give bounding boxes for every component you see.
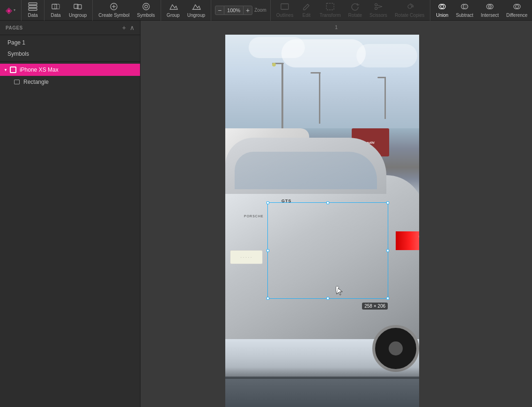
difference-button[interactable]: Difference — [502, 0, 531, 21]
layer-group-arrow: ▼ — [4, 68, 7, 72]
sketch-logo-icon: ◈ — [6, 5, 12, 15]
car-body-main: GTS PORSCHE · · · · · — [225, 175, 419, 339]
sketch-menu-arrow: ▾ — [14, 8, 15, 12]
car-shadow — [225, 367, 419, 379]
subtract-button[interactable]: Subtract — [452, 0, 477, 21]
union-label: Union — [436, 13, 448, 18]
union-button[interactable]: Union — [432, 0, 452, 21]
intersect-label: Intersect — [481, 13, 499, 18]
scissors-button[interactable]: Scissors — [366, 0, 391, 21]
zoom-control: − 100% + — [215, 6, 252, 15]
group-icon — [51, 2, 60, 12]
rotate-button[interactable]: Rotate — [345, 0, 366, 21]
create-symbol-icon — [109, 2, 118, 12]
union-icon — [437, 2, 447, 12]
transform-icon — [325, 2, 335, 12]
ungroup-button[interactable]: Ungroup — [65, 0, 90, 21]
ungroup-icon — [73, 2, 82, 12]
porsche-text: PORSCHE — [244, 213, 264, 218]
symbols-button[interactable]: Symbols — [133, 0, 159, 21]
scissors-icon — [374, 2, 383, 12]
zoom-label: Zoom — [254, 7, 266, 13]
lamp-post-2 — [319, 72, 320, 124]
path-ungroup-icon — [192, 2, 201, 12]
scissors-label: Scissors — [369, 13, 387, 18]
edit-label: Edit — [303, 13, 310, 18]
rotate-copies-button[interactable]: Rotate Copies — [391, 0, 428, 21]
car-tail-light — [396, 231, 419, 250]
svg-point-15 — [375, 4, 377, 6]
group-label: Data — [51, 13, 60, 18]
path-group-icon — [169, 2, 178, 12]
add-page-button[interactable]: + — [122, 24, 126, 31]
sidebar: PAGES + ∧ Page 1 Symbols ▼ iPhone X — [0, 21, 140, 407]
path-group-button[interactable]: Group — [163, 0, 184, 21]
difference-icon — [512, 2, 522, 12]
svg-rect-13 — [281, 4, 288, 9]
path-group-label: Group — [167, 13, 180, 18]
svg-point-23 — [463, 4, 468, 9]
page-item-symbols[interactable]: Symbols — [0, 48, 140, 59]
data-icon — [28, 2, 37, 12]
canvas-document: authi GTS — [225, 35, 419, 407]
path-ungroup-label: Ungroup — [187, 13, 205, 18]
layer-item-label: Rectangle — [23, 79, 49, 85]
zoom-in-button[interactable]: + — [243, 6, 252, 15]
group-button[interactable]: Data — [46, 0, 65, 21]
svg-point-11 — [145, 5, 148, 8]
svg-line-17 — [377, 5, 382, 7]
symbols-icon — [141, 2, 151, 12]
collapse-pages-button[interactable]: ∧ — [130, 24, 134, 31]
zoom-out-button[interactable]: − — [215, 6, 224, 15]
transform-button[interactable]: Transform — [316, 0, 344, 21]
ungroup-label: Ungroup — [69, 13, 87, 18]
edit-button[interactable]: Edit — [297, 0, 316, 21]
car-window — [235, 152, 377, 189]
layer-item-rectangle[interactable]: Rectangle — [0, 76, 140, 88]
subtract-icon — [460, 2, 469, 12]
pages-actions: + ∧ — [122, 24, 134, 31]
data-button[interactable]: Data — [23, 0, 42, 21]
svg-rect-3 — [52, 4, 57, 9]
pages-section-header: PAGES + ∧ — [0, 21, 140, 35]
lamp-post-3 — [384, 77, 386, 119]
data-label: Data — [28, 13, 37, 18]
svg-point-10 — [143, 3, 149, 10]
svg-rect-0 — [29, 3, 37, 5]
intersect-button[interactable]: Intersect — [477, 0, 502, 21]
lamp-post-1 — [281, 63, 283, 128]
page-list: Page 1 Symbols — [0, 35, 140, 62]
create-symbol-button[interactable]: Create Symbol — [95, 0, 133, 21]
layer-group-iphone[interactable]: ▼ iPhone XS Max — [0, 64, 140, 76]
outlines-icon — [280, 2, 289, 12]
gts-badge: GTS — [281, 199, 292, 203]
symbols-label: Symbols — [137, 13, 155, 18]
main-layout: PAGES + ∧ Page 1 Symbols ▼ iPhone X — [0, 21, 532, 407]
transform-label: Transform — [319, 13, 340, 18]
svg-line-18 — [377, 7, 382, 8]
subtract-label: Subtract — [456, 13, 473, 18]
device-layer-icon — [9, 66, 17, 74]
edit-icon — [302, 2, 311, 12]
svg-point-16 — [375, 7, 377, 10]
svg-rect-4 — [55, 4, 59, 9]
rotate-copies-icon — [405, 2, 414, 12]
car-photo-image: authi GTS — [225, 35, 419, 407]
create-symbol-label: Create Symbol — [98, 13, 129, 18]
rotate-copies-label: Rotate Copies — [395, 13, 424, 18]
rect-layer-icon — [13, 78, 21, 86]
canvas-area[interactable]: 1 — [140, 21, 532, 407]
toolbar: ◈ ▾ Data Data — [0, 0, 532, 21]
outlines-button[interactable]: Outlines — [273, 0, 297, 21]
layer-tree: ▼ iPhone XS Max Rectangle — [0, 62, 140, 407]
pages-title: PAGES — [6, 25, 23, 30]
sky — [225, 35, 419, 128]
svg-rect-1 — [29, 6, 37, 7]
rotate-icon — [350, 2, 360, 12]
page-item-page1[interactable]: Page 1 — [0, 37, 140, 48]
path-ungroup-button[interactable]: Ungroup — [184, 0, 209, 21]
rotate-label: Rotate — [348, 13, 362, 18]
sketch-menu-button[interactable]: ◈ ▾ — [2, 0, 19, 21]
license-plate: · · · · · — [230, 250, 263, 264]
zoom-value-display[interactable]: 100% — [224, 6, 243, 15]
